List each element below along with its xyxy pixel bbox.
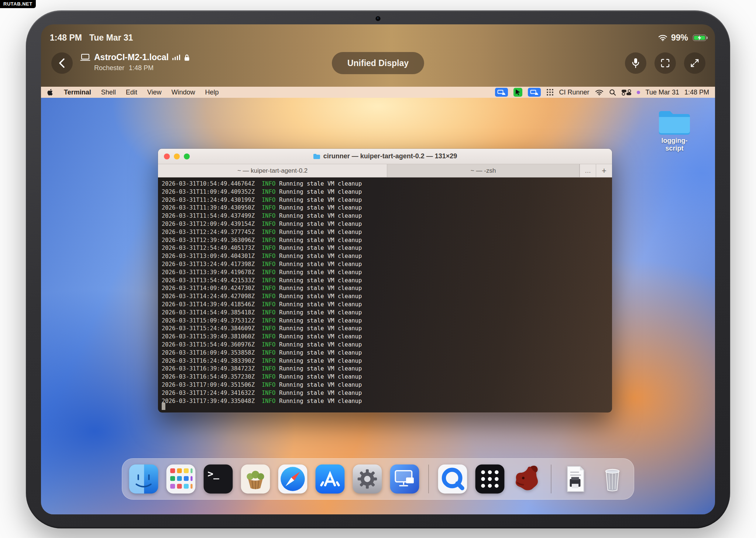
muffin-app-icon[interactable] xyxy=(240,463,271,494)
apps-grid-icon[interactable] xyxy=(474,463,505,494)
battery-percent: 99% xyxy=(671,33,688,43)
terminal-cursor xyxy=(162,403,165,410)
menubar-wifi-icon[interactable] xyxy=(595,89,604,96)
log-line: 2026-03-31T15:39:49.381060ZINFORunning s… xyxy=(162,333,612,341)
host-location: Rochester xyxy=(94,64,124,72)
desktop-wallpaper: logging-script xyxy=(41,98,715,514)
host-name: AstroCI-M2-1.local xyxy=(94,52,169,62)
menu-item[interactable]: Shell xyxy=(101,89,116,96)
terminal-output[interactable]: 2026-03-31T10:54:49.446764ZINFORunning s… xyxy=(158,177,612,413)
tablet-frame: 1:48 PM Tue Mar 31 99% xyxy=(26,10,730,528)
log-line: 2026-03-31T17:24:49.341632ZINFORunning s… xyxy=(162,389,612,397)
menubar-date[interactable]: Tue Mar 31 xyxy=(646,89,679,96)
desktop-folder[interactable]: logging-script xyxy=(653,108,696,152)
minimize-button[interactable] xyxy=(174,154,180,159)
terminal-icon[interactable]: >_ xyxy=(203,463,234,494)
menu-item[interactable]: Edit xyxy=(126,89,137,96)
log-line: 2026-03-31T16:39:49.384723ZINFORunning s… xyxy=(162,365,612,373)
tart-icon[interactable] xyxy=(512,463,543,494)
fullscreen-button[interactable] xyxy=(684,52,705,74)
unified-display-button[interactable]: Unified Display xyxy=(332,52,424,74)
close-button[interactable] xyxy=(164,154,170,159)
log-line: 2026-03-31T14:39:49.418546ZINFORunning s… xyxy=(162,301,612,309)
terminal-titlebar[interactable]: cirunner — kuiper-tart-agent-0.2 — 131×2… xyxy=(158,149,612,164)
log-line: 2026-03-31T17:09:49.351506ZINFORunning s… xyxy=(162,381,612,389)
log-line: 2026-03-31T11:54:49.437499ZINFORunning s… xyxy=(162,212,612,220)
laptop-icon xyxy=(80,54,90,61)
terminal-window-title: cirunner — kuiper-tart-agent-0.2 — 131×2… xyxy=(323,152,457,160)
quicktime-icon[interactable] xyxy=(437,463,468,494)
terminal-tab-bar: ~ — kuiper-tart-agent-0.2 ~ — -zsh … + xyxy=(158,164,612,177)
lock-icon xyxy=(184,54,190,61)
proxy-folder-icon xyxy=(313,154,320,159)
status-date: Tue Mar 31 xyxy=(89,33,133,43)
menubar-agent-label[interactable]: CI Runner xyxy=(559,89,590,96)
log-line: 2026-03-31T14:24:49.427098ZINFORunning s… xyxy=(162,293,612,301)
log-line: 2026-03-31T13:39:49.419678ZINFORunning s… xyxy=(162,269,612,277)
log-line: 2026-03-31T12:54:49.405173ZINFORunning s… xyxy=(162,244,612,252)
tab-zsh[interactable]: ~ — -zsh xyxy=(387,164,580,177)
svg-text:>_: >_ xyxy=(207,468,219,479)
tab-overflow-button[interactable]: … xyxy=(580,164,596,177)
log-line: 2026-03-31T10:54:49.446764ZINFORunning s… xyxy=(162,180,612,188)
dock: >_ xyxy=(122,458,634,500)
log-line: 2026-03-31T11:24:49.430199ZINFORunning s… xyxy=(162,196,612,204)
desktop-folder-label: logging-script xyxy=(653,137,696,152)
remote-cursor-status-icon[interactable] xyxy=(513,88,522,97)
log-line: 2026-03-31T16:54:49.357230ZINFORunning s… xyxy=(162,373,612,381)
menubar-time[interactable]: 1:48 PM xyxy=(684,89,709,96)
screen: 1:48 PM Tue Mar 31 99% xyxy=(41,24,715,514)
dots-grid-icon[interactable] xyxy=(546,89,554,96)
app-store-icon[interactable] xyxy=(315,463,346,494)
log-line: 2026-03-31T16:09:49.353858ZINFORunning s… xyxy=(162,349,612,357)
new-tab-button[interactable]: + xyxy=(596,164,612,177)
trash-icon[interactable] xyxy=(597,463,628,494)
log-line: 2026-03-31T14:09:49.424730ZINFORunning s… xyxy=(162,284,612,293)
log-line: 2026-03-31T15:24:49.384609ZINFORunning s… xyxy=(162,325,612,333)
capture-button[interactable] xyxy=(654,52,676,74)
spotlight-search-icon[interactable] xyxy=(609,89,616,96)
dock-separator xyxy=(428,465,429,493)
control-center-icon[interactable] xyxy=(622,89,631,96)
screen-sharing-status-icon[interactable] xyxy=(495,88,508,97)
host-info[interactable]: AstroCI-M2-1.local Rochester 1:48 PM xyxy=(80,52,190,72)
display-status-icon[interactable] xyxy=(528,88,541,97)
status-time: 1:48 PM xyxy=(50,33,82,43)
log-line: 2026-03-31T12:24:49.377745ZINFORunning s… xyxy=(162,228,612,237)
log-line: 2026-03-31T15:54:49.360976ZINFORunning s… xyxy=(162,341,612,349)
safari-icon[interactable] xyxy=(277,463,308,494)
menu-item[interactable]: Help xyxy=(205,89,219,96)
tab-kuiper-tart-agent[interactable]: ~ — kuiper-tart-agent-0.2 xyxy=(158,164,387,177)
log-line: 2026-03-31T13:09:49.404301ZINFORunning s… xyxy=(162,252,612,261)
screen-sharing-icon[interactable] xyxy=(389,463,420,494)
apple-menu-icon[interactable] xyxy=(47,88,54,96)
session-toolbar: AstroCI-M2-1.local Rochester 1:48 PM Uni… xyxy=(41,52,715,77)
macos-menu-bar: Terminal ShellEditViewWindowHelp xyxy=(41,87,715,98)
system-settings-icon[interactable] xyxy=(352,463,383,494)
signal-bars-icon xyxy=(172,55,181,60)
log-line: 2026-03-31T11:09:49.409352ZINFORunning s… xyxy=(162,188,612,196)
host-time: 1:48 PM xyxy=(129,64,154,72)
print-document-icon[interactable] xyxy=(560,463,591,494)
back-button[interactable] xyxy=(51,52,73,74)
terminal-window[interactable]: cirunner — kuiper-tart-agent-0.2 — 131×2… xyxy=(158,148,612,413)
menubar-app-name[interactable]: Terminal xyxy=(64,89,91,96)
log-line: 2026-03-31T12:39:49.363096ZINFORunning s… xyxy=(162,237,612,245)
front-camera xyxy=(376,16,381,21)
watermark: RUTAB.NET xyxy=(0,0,36,8)
log-line: 2026-03-31T12:09:49.439154ZINFORunning s… xyxy=(162,220,612,228)
log-line: 2026-03-31T14:54:49.385418ZINFORunning s… xyxy=(162,309,612,317)
menu-item[interactable]: View xyxy=(147,89,162,96)
log-line: 2026-03-31T13:24:49.417398ZINFORunning s… xyxy=(162,261,612,269)
launchpad-icon[interactable] xyxy=(165,463,196,494)
dock-separator xyxy=(551,465,551,493)
zoom-button[interactable] xyxy=(184,154,190,159)
log-line: 2026-03-31T17:39:49.335048ZINFORunning s… xyxy=(162,397,612,406)
recording-indicator-dot xyxy=(637,91,640,94)
menu-item[interactable]: Window xyxy=(171,89,195,96)
log-line: 2026-03-31T15:09:49.375312ZINFORunning s… xyxy=(162,317,612,325)
wifi-icon xyxy=(658,34,667,41)
microphone-button[interactable] xyxy=(625,52,646,74)
log-line: 2026-03-31T13:54:49.421533ZINFORunning s… xyxy=(162,277,612,285)
finder-icon[interactable] xyxy=(128,463,159,494)
